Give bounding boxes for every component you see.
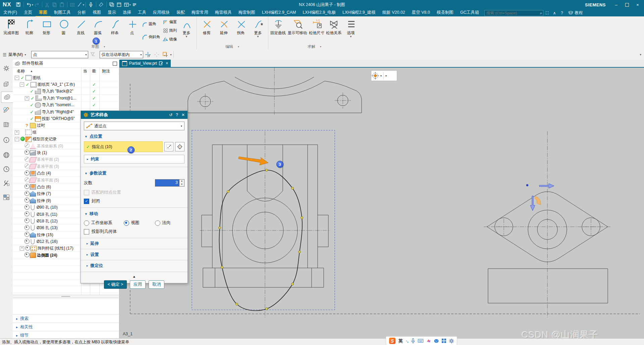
chevron-down-icon[interactable]: ▾ xyxy=(385,74,387,77)
snap-view-icon[interactable] xyxy=(371,72,379,80)
ribbon-tab-1[interactable]: 主页 xyxy=(20,9,36,17)
ribbon-tab-file[interactable]: 文件(F) xyxy=(0,9,20,17)
ribbon-button-trim[interactable]: 修剪 xyxy=(198,17,215,36)
group-dialog-launcher-icon[interactable]: ▾ xyxy=(104,45,105,48)
settings-gear-icon[interactable] xyxy=(449,339,454,343)
ribbon-tab-15[interactable]: LXH编程2.9_电极 xyxy=(299,9,339,17)
point-target-icon[interactable] xyxy=(161,51,169,58)
spline-point-handle[interactable] xyxy=(219,227,221,229)
hidden-eye-icon[interactable] xyxy=(24,177,30,182)
help-icon[interactable]: ? xyxy=(176,113,178,117)
redo-icon[interactable] xyxy=(33,1,41,8)
visible-eye-icon[interactable] xyxy=(24,211,30,216)
selection-scope-dropdown[interactable]: 仅在活动草图内 ▾ xyxy=(100,51,143,58)
tutorial-button[interactable]: 教程 xyxy=(566,10,585,16)
toolbar-overflow-icon[interactable]: ▾ xyxy=(640,53,644,56)
visible-eye-icon[interactable] xyxy=(24,252,30,257)
navigator-section-1[interactable]: ▸搜索 xyxy=(13,314,119,323)
visible-eye-icon[interactable] xyxy=(24,191,30,196)
visible-eye-icon[interactable] xyxy=(24,170,30,176)
ribbon-tab-11[interactable]: 梅雷常用 xyxy=(188,9,212,17)
visible-eye-icon[interactable] xyxy=(24,198,30,203)
chevron-down-icon[interactable]: ▾ xyxy=(380,74,382,77)
collapse-icon[interactable]: − xyxy=(15,76,19,80)
ime-punctuation-toggle[interactable]: ·, xyxy=(406,339,408,343)
ribbon-button-spline[interactable]: 样条 xyxy=(106,17,123,36)
sogou-logo-icon[interactable]: S xyxy=(389,338,395,344)
ribbon-button-mirror[interactable]: 镜像 xyxy=(162,35,177,44)
ime-language-toggle[interactable]: 英 xyxy=(398,338,403,344)
sidebar-item-information[interactable] xyxy=(2,136,10,144)
ribbon-button-moremove[interactable]: 更多▼ xyxy=(250,17,267,38)
type-filter-dropdown[interactable]: 点 ▾ xyxy=(31,51,88,58)
spline-point-handle[interactable] xyxy=(221,266,223,269)
navigator-section-2[interactable]: ▸相关性 xyxy=(13,323,119,331)
ribbon-tab-8[interactable]: 工具 xyxy=(135,9,150,17)
ribbon-options-icon[interactable] xyxy=(131,1,138,8)
chevron-down-icon[interactable]: ▾ xyxy=(170,53,171,56)
specify-point-row[interactable]: ✓ 指定点 (10) xyxy=(84,141,163,152)
undo-icon[interactable] xyxy=(25,1,33,8)
ribbon-button-offset[interactable]: 偏置 xyxy=(162,17,177,26)
ribbon-button-extend[interactable]: 延伸 xyxy=(215,17,232,36)
navigator-column-header[interactable]: 名称▲ 当 最 附注 xyxy=(13,68,119,75)
hidden-eye-icon[interactable] xyxy=(24,143,30,148)
close-tab-icon[interactable]: × xyxy=(166,61,168,66)
dialog-titlebar[interactable]: 艺术样条 ↺ ? ✕ xyxy=(81,111,187,119)
sidebar-item-history[interactable] xyxy=(2,165,10,173)
group-dialog-launcher-icon[interactable]: ▾ xyxy=(320,45,321,48)
ribbon-tab-16[interactable]: LXH编程2.9_建模 xyxy=(339,9,379,17)
ribbon-tab-2[interactable]: 草图 xyxy=(36,9,51,17)
sidebar-item-web-browser[interactable] xyxy=(2,151,10,159)
panel-splitter[interactable] xyxy=(13,295,119,298)
section-extension[interactable]: ▸延伸 xyxy=(84,239,184,248)
help-icon[interactable]: ? xyxy=(558,11,566,15)
ribbon-tab-17[interactable]: 能新 V20.02 xyxy=(379,9,409,17)
spline-point-handle[interactable] xyxy=(266,308,268,310)
paste-icon[interactable] xyxy=(58,1,66,8)
visible-eye-icon[interactable] xyxy=(24,239,30,244)
ribbon-button-flag[interactable]: 完成草图 xyxy=(1,17,21,36)
close-icon[interactable]: ✕ xyxy=(181,113,185,117)
save-icon[interactable] xyxy=(15,1,22,8)
close-button[interactable]: × xyxy=(633,1,643,9)
ime-toolbar[interactable]: S 英 ·, xyxy=(386,336,457,345)
ribbon-button-morearch[interactable]: 更多▼ xyxy=(178,17,195,38)
visible-eye-icon[interactable] xyxy=(24,218,30,223)
section-settings[interactable]: ▸设置 xyxy=(84,251,184,259)
collapse-icon[interactable]: − xyxy=(20,82,24,87)
tree-row[interactable]: +✓导入的 "Front@1...✓ xyxy=(13,95,119,101)
snip-icon[interactable] xyxy=(98,1,105,8)
expand-icon[interactable]: + xyxy=(20,246,24,251)
radio-view[interactable] xyxy=(124,220,129,226)
hidden-eye-icon[interactable] xyxy=(24,157,30,162)
section-move[interactable]: ▼移动 xyxy=(85,211,184,217)
visible-eye-icon[interactable] xyxy=(24,232,30,237)
expand-icon[interactable]: + xyxy=(15,130,19,135)
ribbon-tab-5[interactable]: 视图 xyxy=(89,9,104,17)
sidebar-item-assembly-navigator[interactable] xyxy=(2,80,10,88)
ribbon-tab-14[interactable]: LXH编程2.9_CAM xyxy=(259,9,299,17)
keyboard-icon[interactable] xyxy=(418,339,423,343)
point-constructor-button[interactable] xyxy=(175,142,184,151)
cascade-window-icon[interactable] xyxy=(108,1,115,8)
collapse-icon[interactable]: − xyxy=(15,137,19,141)
ribbon-button-circle[interactable]: 圆 xyxy=(55,17,72,36)
visible-eye-icon[interactable] xyxy=(24,225,30,230)
tree-row[interactable]: ✓导入的 "Back@2"✓ xyxy=(13,88,119,95)
graphics-canvas[interactable] xyxy=(119,67,644,338)
minimize-ribbon-icon[interactable]: ∧ xyxy=(551,11,558,15)
section-point-location[interactable]: ▼点位置 xyxy=(85,134,184,139)
match-knots-checkbox-row[interactable]: 匹配的结点位置 xyxy=(84,190,184,195)
spline-point-handle[interactable] xyxy=(266,169,268,171)
snap-disabled-icon[interactable] xyxy=(153,51,161,58)
sidebar-item-window-layout[interactable] xyxy=(2,193,10,201)
degree-spinbox[interactable]: 3 ▲▼ xyxy=(155,179,184,187)
view-orientation-toolbar[interactable]: ▾ ▾ xyxy=(371,70,397,81)
ribbon-tab-9[interactable]: 应用模块 xyxy=(150,9,173,17)
minimize-button[interactable]: – xyxy=(611,1,621,9)
spline-point-handle[interactable] xyxy=(301,217,303,219)
ribbon-button-profile[interactable]: 轮廓 xyxy=(21,17,38,36)
ok-button[interactable]: < 确定 > xyxy=(104,280,127,289)
capture-icon[interactable] xyxy=(69,1,76,8)
